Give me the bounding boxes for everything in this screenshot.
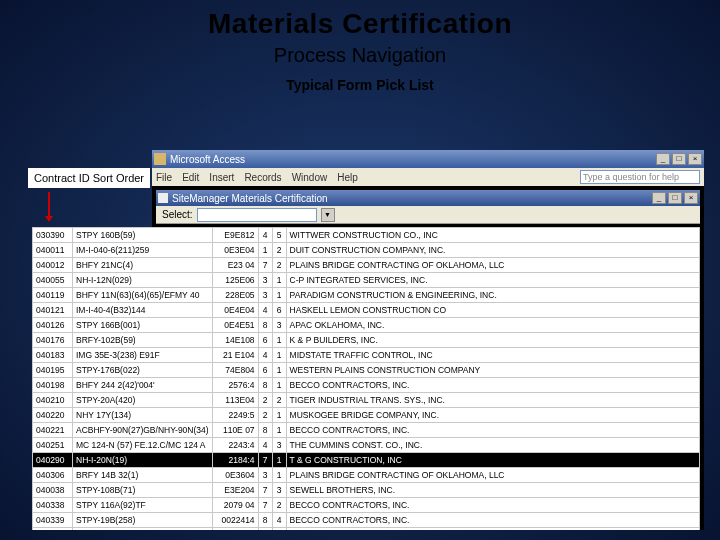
cell-co: MIDSTATE TRAFFIC CONTROL, INC — [286, 348, 699, 363]
cell-a: 6 — [258, 363, 272, 378]
help-search-input[interactable] — [580, 170, 700, 184]
cell-num: 0E4E51 — [212, 318, 258, 333]
table-row[interactable]: 030390STPY 160B(59)E9E81245WITTWER CONST… — [33, 228, 700, 243]
cell-a: 4 — [258, 303, 272, 318]
table-row[interactable]: 040198BHFY 244 2(42)'004'2576:481BECCO C… — [33, 378, 700, 393]
cell-b: 1 — [272, 528, 286, 531]
cell-a: 4 — [258, 348, 272, 363]
outer-close-button[interactable]: × — [688, 153, 702, 165]
cell-code: MC 124-N (57) FE.12.C/MC 124 A — [73, 438, 213, 453]
table-row[interactable]: 040306BRFY 14B 32(1)0E360431PLAINS BRIDG… — [33, 468, 700, 483]
inner-maximize-button[interactable]: □ — [668, 192, 682, 204]
cell-b: 4 — [272, 513, 286, 528]
outer-maximize-button[interactable]: □ — [672, 153, 686, 165]
cell-code: NHY 17Y(134) — [73, 408, 213, 423]
table-row[interactable]: 040055NH-I-12N(029)125E0631C-P INTEGRATE… — [33, 273, 700, 288]
contract-table[interactable]: 030390STPY 160B(59)E9E81245WITTWER CONST… — [32, 227, 700, 530]
cell-id: 040344 — [33, 528, 73, 531]
table-row[interactable]: 040339STPY-19B(258)002241484BECCO CONTRA… — [33, 513, 700, 528]
cell-co: K & P BUILDERS, INC. — [286, 333, 699, 348]
cell-code: NH-I-20N(19) — [73, 453, 213, 468]
cell-num: 0E4E04 — [212, 303, 258, 318]
cell-co: SEWELL BROTHERS, INC. — [286, 483, 699, 498]
cell-co: BECCO CONTRACTORS, INC. — [286, 378, 699, 393]
menu-file[interactable]: File — [156, 172, 172, 183]
inner-minimize-button[interactable]: _ — [652, 192, 666, 204]
cell-a: 7 — [258, 498, 272, 513]
cell-b: 1 — [272, 378, 286, 393]
inner-close-button[interactable]: × — [684, 192, 698, 204]
cell-b: 3 — [272, 438, 286, 453]
access-app-icon — [154, 153, 166, 165]
table-row[interactable]: 040121IM-I-40-4(B32)1440E4E0446HASKELL L… — [33, 303, 700, 318]
cell-code: BHFY 21NC(4) — [73, 258, 213, 273]
outer-minimize-button[interactable]: _ — [656, 153, 670, 165]
cell-b: 6 — [272, 303, 286, 318]
cell-code: STPY 116A(92)TF — [73, 498, 213, 513]
table-row[interactable]: 040221ACBHFY-90N(27)GB/NHY-90N(34)110E 0… — [33, 423, 700, 438]
cell-co: PARADIGM CONSTRUCTION & ENGINEERING, INC… — [286, 288, 699, 303]
cell-id: 040290 — [33, 453, 73, 468]
cell-a: 1 — [258, 243, 272, 258]
table-row[interactable]: 040290NH-I-20N(19)2184:471T & G CONSTRUC… — [33, 453, 700, 468]
cell-a: 8 — [258, 318, 272, 333]
cell-co: MUSKOGEE BRIDGE COMPANY, INC. — [286, 408, 699, 423]
app-title-text: Microsoft Access — [170, 154, 245, 165]
cell-b: 1 — [272, 408, 286, 423]
cell-code: BRO 134D(40)(41)(42)DC — [73, 528, 213, 531]
table-row[interactable]: 040012BHFY 21NC(4)E23 0472PLAINS BRIDGE … — [33, 258, 700, 273]
cell-code: IM-I-040-6(211)259 — [73, 243, 213, 258]
cell-b: 1 — [272, 468, 286, 483]
table-row[interactable]: 040119BHFY 11N(63)(64)(65)/EFMY 40228E05… — [33, 288, 700, 303]
cell-b: 5 — [272, 228, 286, 243]
cell-num: 2079 04 — [212, 498, 258, 513]
cell-a: 4 — [258, 228, 272, 243]
cell-b: 2 — [272, 258, 286, 273]
cell-num: E9E812 — [212, 228, 258, 243]
cell-b: 3 — [272, 318, 286, 333]
table-row[interactable]: 040338STPY 116A(92)TF2079 0472BECCO CONT… — [33, 498, 700, 513]
cell-id: 040221 — [33, 423, 73, 438]
cell-id: 040339 — [33, 513, 73, 528]
menu-edit[interactable]: Edit — [182, 172, 199, 183]
pick-list-grid[interactable]: 030390STPY 160B(59)E9E81245WITTWER CONST… — [32, 227, 700, 530]
slide-subtitle: Process Navigation — [0, 44, 720, 67]
select-dropdown-button[interactable]: ▼ — [321, 208, 335, 222]
select-row: Select: ▼ — [156, 206, 700, 224]
table-row[interactable]: 040251MC 124-N (57) FE.12.C/MC 124 A2243… — [33, 438, 700, 453]
cell-a: 3 — [258, 288, 272, 303]
cell-id: 040338 — [33, 498, 73, 513]
table-row[interactable]: 040195STPY-176B(022)74E80461WESTERN PLAI… — [33, 363, 700, 378]
menu-records[interactable]: Records — [244, 172, 281, 183]
cell-num: 0E3E04 — [212, 243, 258, 258]
cell-b: 2 — [272, 498, 286, 513]
cell-a: 8 — [258, 513, 272, 528]
cell-num: 2184:4 — [212, 453, 258, 468]
cell-code: BHFY 11N(63)(64)(65)/EFMY 40 — [73, 288, 213, 303]
cell-a: 6 — [258, 333, 272, 348]
menu-help[interactable]: Help — [337, 172, 358, 183]
menu-window[interactable]: Window — [292, 172, 328, 183]
outer-titlebar: Microsoft Access _ □ × — [152, 150, 704, 168]
cell-co: HUB CONSTRUCTION, INC. — [286, 528, 699, 531]
cell-num: 2249:5 — [212, 408, 258, 423]
table-row[interactable]: 040038STPY-108B(71)E3E20473SEWELL BROTHE… — [33, 483, 700, 498]
cell-code: BRFY-102B(59) — [73, 333, 213, 348]
cell-code: BHFY 244 2(42)'004' — [73, 378, 213, 393]
cell-code: IM-I-40-4(B32)144 — [73, 303, 213, 318]
slide-title: Materials Certification — [0, 8, 720, 40]
cell-a: 8 — [258, 378, 272, 393]
table-row[interactable]: 040011IM-I-040-6(211)2590E3E0412DUIT CON… — [33, 243, 700, 258]
table-row[interactable]: 040344BRO 134D(40)(41)(42)DC225E04571HUB… — [33, 528, 700, 531]
cell-id: 030390 — [33, 228, 73, 243]
cell-id: 040306 — [33, 468, 73, 483]
menu-insert[interactable]: Insert — [209, 172, 234, 183]
table-row[interactable]: 040126STPY 166B(001)0E4E5183APAC OKLAHOM… — [33, 318, 700, 333]
table-row[interactable]: 040176BRFY-102B(59)14E10861K & P BUILDER… — [33, 333, 700, 348]
table-row[interactable]: 040220NHY 17Y(134)2249:521MUSKOGEE BRIDG… — [33, 408, 700, 423]
table-row[interactable]: 040183IMG 35E-3(238) E91F21 E10441MIDSTA… — [33, 348, 700, 363]
cell-code: STPY-108B(71) — [73, 483, 213, 498]
table-row[interactable]: 040210STPY-20A(420)113E0422TIGER INDUSTR… — [33, 393, 700, 408]
select-combobox[interactable] — [197, 208, 317, 222]
cell-num: 14E108 — [212, 333, 258, 348]
